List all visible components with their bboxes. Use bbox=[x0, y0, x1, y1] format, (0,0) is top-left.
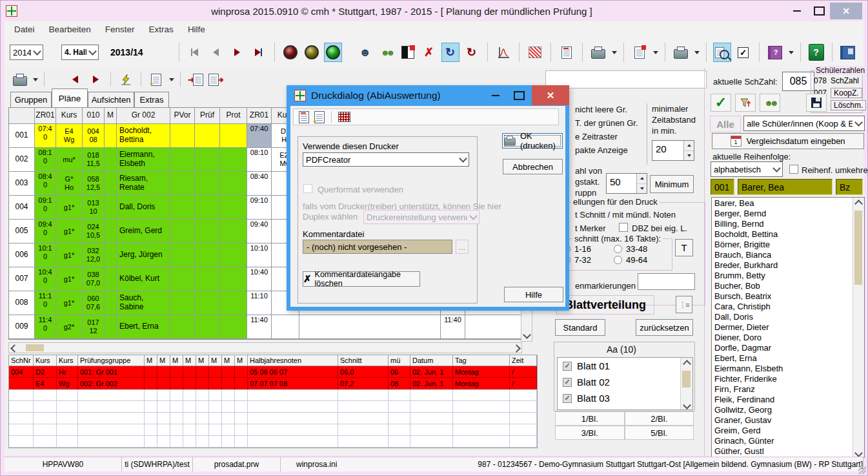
name-cell[interactable]: Eiermann, Elsbeth bbox=[117, 148, 170, 172]
pvor-cell[interactable] bbox=[170, 124, 195, 148]
year-select[interactable]: 2014 bbox=[10, 45, 43, 60]
code-cell[interactable]: 004 08 bbox=[83, 124, 105, 148]
name-cell[interactable]: Dall, Doris bbox=[117, 196, 170, 220]
student-item[interactable]: Brumm, Betty bbox=[712, 271, 864, 281]
code-cell[interactable]: 013 10 bbox=[83, 196, 105, 220]
empty-cell[interactable] bbox=[465, 315, 521, 339]
column-header[interactable]: Kurs bbox=[57, 355, 78, 366]
student-item[interactable]: Dorfle, Dagmar bbox=[712, 343, 864, 353]
takte-radio[interactable]: 1-16 bbox=[562, 243, 614, 254]
m-cell[interactable] bbox=[105, 148, 117, 172]
prot-cell[interactable] bbox=[220, 220, 247, 243]
student-filter-select[interactable]: alle Schüler/innen (Koop & Eigene bbox=[743, 116, 865, 131]
student-item[interactable]: Börner, Brigitte bbox=[712, 240, 864, 250]
student-item[interactable]: Fichter, Friderike bbox=[712, 374, 864, 384]
column-header[interactable]: M bbox=[196, 355, 209, 366]
time-cell-2[interactable]: 09:40 bbox=[247, 220, 272, 243]
pruef-cell[interactable] bbox=[195, 220, 220, 243]
column-header[interactable]: M bbox=[105, 108, 117, 124]
scroll-thumb[interactable] bbox=[682, 371, 691, 388]
student-item[interactable]: Breder, Burkhard bbox=[712, 260, 864, 271]
blatt-list-button[interactable] bbox=[676, 296, 692, 313]
resize-grip[interactable] bbox=[858, 466, 866, 474]
time-cell-2[interactable]: 11:10 bbox=[247, 291, 272, 315]
print-copy-button[interactable] bbox=[589, 43, 607, 62]
led-yellow-button[interactable] bbox=[303, 43, 321, 62]
reverse-label[interactable]: Reihenf. umkehren bbox=[802, 165, 868, 175]
time-cell[interactable]: 10:10 bbox=[35, 243, 56, 267]
led-red-button[interactable] bbox=[281, 43, 299, 62]
prot-cell[interactable] bbox=[220, 315, 247, 339]
name-cell[interactable]: Ebert, Erna bbox=[117, 315, 170, 339]
print-plan-button[interactable] bbox=[11, 72, 29, 87]
pvor-cell[interactable] bbox=[170, 315, 195, 339]
blatt-checkbox[interactable] bbox=[563, 410, 572, 411]
nav-next-button[interactable] bbox=[228, 43, 247, 62]
min-gap-spinner[interactable]: 20 bbox=[652, 140, 694, 161]
student-item[interactable]: Firn, Franz bbox=[712, 384, 864, 395]
student-icon-button[interactable] bbox=[356, 43, 374, 62]
code-cell[interactable]: 032 12,0 bbox=[83, 243, 105, 267]
student-item[interactable]: Graner, Gustav bbox=[712, 415, 864, 426]
student-item[interactable]: Bursch, Beatrix bbox=[712, 291, 864, 302]
schzahl-value[interactable]: 085 bbox=[782, 72, 814, 91]
blatt-item[interactable]: Blatt 02 bbox=[558, 374, 692, 390]
pruef-cell[interactable] bbox=[195, 124, 220, 148]
kurs-cell[interactable]: mu* bbox=[56, 148, 83, 172]
student-item[interactable]: Cara, Christiph bbox=[712, 302, 864, 312]
prot-cell[interactable] bbox=[220, 196, 247, 220]
column-header[interactable]: Schnitt bbox=[338, 355, 389, 366]
student-item[interactable]: Eiermann, Elsbeth bbox=[712, 364, 864, 374]
student-item[interactable]: Fleik, Ferdinand bbox=[712, 395, 864, 405]
m-cell[interactable] bbox=[105, 172, 117, 196]
rtf-icon-button[interactable] bbox=[558, 43, 576, 62]
hall-select[interactable]: 4. Hall bbox=[61, 45, 99, 60]
takte-radio[interactable]: 33-48 bbox=[614, 243, 665, 254]
m-cell[interactable] bbox=[105, 315, 117, 339]
help-button[interactable]: Hilfe bbox=[504, 287, 563, 302]
name-cell[interactable]: Kölbel, Kurt bbox=[117, 267, 170, 291]
column-header[interactable]: Datum bbox=[410, 355, 453, 366]
scroll-right-button[interactable] bbox=[511, 343, 521, 353]
time-cell-2[interactable]: 08:10 bbox=[247, 148, 272, 172]
kurs-cell[interactable]: g1* bbox=[56, 267, 83, 291]
menu-item[interactable]: Fenster bbox=[98, 25, 142, 34]
transfer-icon-button[interactable] bbox=[420, 43, 438, 62]
t-button[interactable]: T bbox=[675, 239, 693, 256]
per-sheet-button[interactable]: 1/Bl. bbox=[555, 411, 625, 426]
kurs-cell[interactable]: G* Ho bbox=[56, 172, 83, 196]
exam-row-empty[interactable] bbox=[9, 436, 537, 448]
chart-icon-button[interactable] bbox=[494, 43, 512, 62]
cancel-button[interactable]: Abbrechen bbox=[503, 159, 563, 174]
exam-row[interactable]: E4Wg 002: Gr 002 07 07 07 0807,2 0802. J… bbox=[9, 378, 537, 389]
kurs-cell[interactable]: E4 Wg bbox=[56, 124, 83, 148]
empty-cell[interactable] bbox=[299, 315, 441, 339]
copy-doc-icon[interactable]: ✦ bbox=[314, 111, 325, 123]
plan-row[interactable]: 009 11:40 g2* 017 12 Ebert, Erna 11:40 1… bbox=[9, 315, 521, 339]
zahlen-label[interactable]: SchZahl bbox=[831, 76, 859, 85]
spin-down[interactable] bbox=[637, 184, 647, 194]
menu-item[interactable]: Bearbeiten bbox=[42, 25, 98, 34]
time-cell[interactable]: 11:10 bbox=[35, 291, 56, 315]
kurs-cell[interactable]: g2* bbox=[56, 315, 83, 339]
lightning-button[interactable] bbox=[117, 72, 135, 87]
scroll-down-button[interactable] bbox=[521, 331, 532, 341]
name-cell[interactable]: Sauch, Sabine bbox=[117, 291, 170, 315]
dialog-titlebar[interactable]: Druckdialog (AbiAuswertung) bbox=[287, 85, 569, 106]
column-header[interactable]: Gr 002 bbox=[117, 108, 170, 124]
pruef-cell[interactable] bbox=[195, 267, 220, 291]
merker-option[interactable]: t Merker bbox=[575, 223, 606, 233]
m-cell[interactable] bbox=[105, 220, 117, 243]
name-cell[interactable]: Riesam, Renate bbox=[117, 172, 170, 196]
tab[interactable]: Gruppen bbox=[10, 92, 52, 107]
manual-book-caret[interactable] bbox=[789, 51, 794, 54]
time-cell[interactable]: 09:10 bbox=[35, 196, 56, 220]
pvor-cell[interactable] bbox=[170, 267, 195, 291]
code-cell[interactable]: 058 12,5 bbox=[83, 172, 105, 196]
zahlen-label[interactable]: Löschm. bbox=[831, 100, 866, 110]
exam-row-empty[interactable] bbox=[9, 389, 537, 401]
student-item[interactable]: Barer, Bea bbox=[712, 198, 864, 209]
print-button[interactable] bbox=[672, 43, 690, 62]
tab[interactable]: Pläne bbox=[52, 88, 88, 107]
new-doc-button[interactable]: ✦ bbox=[147, 72, 165, 87]
